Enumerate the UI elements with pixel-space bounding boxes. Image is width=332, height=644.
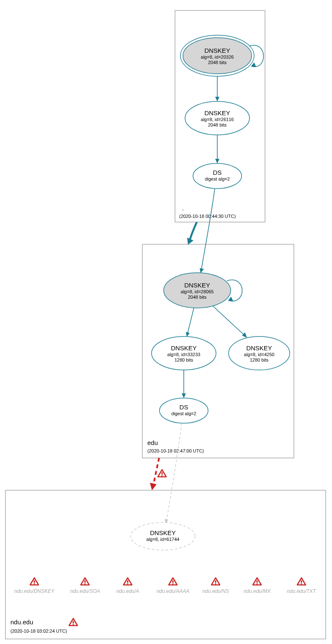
zone-time-root: (2020-10-18 00:44:30 UTC) — [179, 214, 236, 219]
svg-text:alg=8, id=61744: alg=8, id=61744 — [147, 537, 180, 542]
svg-text:DS: DS — [180, 403, 188, 411]
node-root-ds: DS digest alg=2 — [193, 163, 242, 189]
svg-text:DS: DS — [213, 169, 222, 176]
svg-marker-37 — [182, 393, 186, 398]
edge-root-ds-edu-ksk — [201, 189, 215, 272]
svg-text:ndu.edu/SOA: ndu.edu/SOA — [70, 588, 100, 594]
svg-text:alg=8, id=26116: alg=8, id=26116 — [201, 117, 234, 122]
svg-marker-32 — [186, 332, 190, 337]
edge-edu-ds-ndu-key — [166, 423, 182, 522]
svg-text:DNSKEY: DNSKEY — [184, 282, 210, 289]
zone-time-edu: (2020-10-18 02:47:00 UTC) — [147, 448, 204, 453]
warn-zone-ndu — [69, 618, 77, 626]
svg-marker-38 — [150, 483, 157, 490]
svg-text:ndu.edu/DNSKEY: ndu.edu/DNSKEY — [14, 588, 55, 594]
node-edu-ds: DS digest alg=2 — [160, 398, 208, 423]
svg-text:2048 bits: 2048 bits — [208, 122, 227, 127]
edge-delegation-edu-ndu-error — [153, 458, 159, 486]
svg-marker-12 — [215, 97, 219, 101]
svg-text:2048 bits: 2048 bits — [208, 60, 227, 65]
node-root-zsk: DNSKEY alg=8, id=26116 2048 bits — [185, 101, 250, 135]
node-ndu-dnskey: DNSKEY alg=8, id=61744 — [131, 522, 195, 550]
node-edu-zsk2: DNSKEY alg=8, id=4250 1280 bits — [229, 336, 290, 370]
edge-edu-ksk-zsk1 — [187, 308, 194, 335]
rrset-row: ndu.edu/DNSKEY ndu.edu/SOA ndu.edu/A ndu… — [14, 578, 317, 594]
svg-text:2048 bits: 2048 bits — [188, 295, 207, 300]
svg-marker-18 — [200, 268, 204, 273]
svg-text:alg=8, id=33233: alg=8, id=33233 — [167, 352, 201, 357]
svg-text:ndu.edu/AAAA: ndu.edu/AAAA — [157, 588, 190, 594]
svg-text:ndu.edu/MX: ndu.edu/MX — [244, 588, 271, 594]
svg-text:digest alg=2: digest alg=2 — [205, 176, 230, 181]
svg-text:alg=8, id=4250: alg=8, id=4250 — [244, 352, 275, 357]
svg-text:DNSKEY: DNSKEY — [171, 344, 197, 352]
warn-delegation-edu-ndu — [158, 470, 166, 477]
svg-text:ndu.edu/NS: ndu.edu/NS — [202, 588, 229, 594]
svg-point-13 — [193, 163, 242, 189]
svg-text:1280 bits: 1280 bits — [175, 357, 193, 362]
svg-point-40 — [131, 522, 195, 550]
svg-marker-16 — [215, 159, 219, 163]
dnssec-diagram: . (2020-10-18 00:44:30 UTC) DNSKEY alg=8… — [0, 0, 332, 644]
svg-text:ndu.edu/TXT: ndu.edu/TXT — [287, 588, 317, 594]
node-edu-ksk: DNSKEY alg=8, id=28065 2048 bits — [164, 273, 231, 308]
svg-text:DNSKEY: DNSKEY — [204, 109, 230, 116]
svg-text:digest alg=2: digest alg=2 — [171, 411, 196, 416]
svg-point-34 — [160, 398, 208, 423]
zone-label-edu: edu — [147, 439, 158, 446]
svg-text:alg=8, id=20326: alg=8, id=20326 — [201, 54, 234, 59]
node-root-ksk: DNSKEY alg=8, id=20326 2048 bits — [180, 35, 254, 76]
svg-text:alg=8, id=28065: alg=8, id=28065 — [181, 289, 214, 294]
zone-time-ndu: (2020-10-18 03:02:24 UTC) — [10, 628, 67, 634]
node-edu-zsk1: DNSKEY alg=8, id=33233 1280 bits — [152, 336, 216, 370]
svg-text:DNSKEY: DNSKEY — [150, 529, 176, 536]
svg-text:DNSKEY: DNSKEY — [204, 47, 230, 54]
zone-label-root: . — [182, 204, 184, 212]
svg-text:DNSKEY: DNSKEY — [246, 344, 272, 352]
svg-marker-33 — [242, 332, 247, 338]
zone-box-ndu — [5, 490, 326, 639]
svg-text:ndu.edu/A: ndu.edu/A — [116, 588, 139, 594]
zone-label-ndu: ndu.edu — [10, 618, 33, 626]
edge-edu-ksk-zsk2 — [213, 306, 246, 336]
svg-text:1280 bits: 1280 bits — [250, 357, 269, 362]
